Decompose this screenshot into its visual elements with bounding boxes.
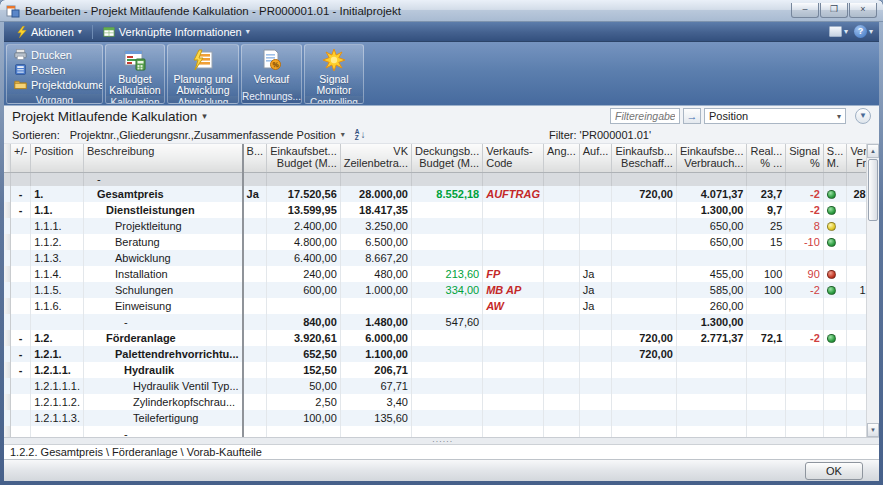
cell-db-budget[interactable] xyxy=(411,298,482,314)
table-row[interactable]: - xyxy=(4,172,879,186)
cell-ang[interactable] xyxy=(543,378,579,394)
cell-eb-beschaff[interactable]: 720,00 xyxy=(612,186,676,202)
column-header-ang[interactable]: Ang... xyxy=(543,144,579,172)
cell-eb-beschaff[interactable] xyxy=(612,410,676,426)
cell-vk-zeile[interactable]: 3.250,00 xyxy=(340,218,411,234)
cell-db-budget[interactable] xyxy=(411,250,482,266)
cell-db-budget[interactable]: 547,60 xyxy=(411,314,482,330)
cell-eb-verbrauch[interactable] xyxy=(676,250,747,266)
cell-signal-pct[interactable]: -10 xyxy=(786,234,824,250)
cell-db-budget[interactable] xyxy=(411,394,482,410)
cell-plusminus[interactable]: - xyxy=(11,330,31,346)
cell-position[interactable]: 1.1.2. xyxy=(31,234,84,250)
cell-position[interactable]: 1.2. xyxy=(31,330,84,346)
cell-beschreibung[interactable]: Palettendrehvorrichtu... xyxy=(84,346,243,362)
column-header-auf[interactable]: Auf... xyxy=(579,144,612,172)
cell-signal-m[interactable] xyxy=(823,314,847,330)
cell-auf[interactable] xyxy=(579,330,612,346)
cell-eb-beschaff[interactable] xyxy=(612,378,676,394)
page-title-dropdown-icon[interactable]: ▾ xyxy=(202,111,207,121)
cell-signal-pct[interactable]: -2 xyxy=(786,186,824,202)
table-row[interactable]: -1.GesamtpreisJa17.520,5628.000,008.552,… xyxy=(4,186,879,202)
table-row[interactable]: 1.1.1.Projektleitung2.400,003.250,00650,… xyxy=(4,218,879,234)
cell-eb-budget[interactable]: 152,50 xyxy=(267,362,341,378)
cell-eb-beschaff[interactable] xyxy=(612,314,676,330)
cell-eb-budget[interactable] xyxy=(267,298,341,314)
cell-position[interactable]: 1.1.5. xyxy=(31,282,84,298)
cell-plusminus[interactable]: - xyxy=(11,346,31,362)
cell-plusminus[interactable] xyxy=(11,314,31,330)
cell-position[interactable]: 1.1.1. xyxy=(31,218,84,234)
cell-eb-beschaff[interactable] xyxy=(612,282,676,298)
cell-eb-budget[interactable]: 17.520,56 xyxy=(267,186,341,202)
cell-beschreibung[interactable]: Einweisung xyxy=(84,298,243,314)
cell-beschreibung[interactable]: Beratung xyxy=(84,234,243,250)
cell-real-pct[interactable]: 15 xyxy=(747,234,786,250)
cell-eb-budget[interactable]: 240,00 xyxy=(267,266,341,282)
cell-auf[interactable]: Ja xyxy=(579,266,612,282)
cell-auf[interactable] xyxy=(579,410,612,426)
cell-plusminus[interactable] xyxy=(11,266,31,282)
cell-signal-m[interactable] xyxy=(823,394,847,410)
cell-eb-verbrauch[interactable]: 260,00 xyxy=(676,298,747,314)
table-row[interactable]: -1.2.1.Palettendrehvorrichtu...652,501.1… xyxy=(4,346,879,362)
cell-plusminus[interactable]: - xyxy=(11,202,31,218)
splitter-grip[interactable]: ∙∙∙∙∙∙ xyxy=(432,436,453,446)
cell-auf[interactable] xyxy=(579,394,612,410)
cell-vk-zeile[interactable] xyxy=(340,172,411,186)
cell-vk-code[interactable] xyxy=(483,362,544,378)
cell-vk-zeile[interactable]: 6.500,00 xyxy=(340,234,411,250)
cell-signal-pct[interactable] xyxy=(786,394,824,410)
cell-vk-zeile[interactable]: 206,71 xyxy=(340,362,411,378)
cell-db-budget[interactable] xyxy=(411,218,482,234)
filter-scope-select[interactable]: Position▾ xyxy=(704,108,846,124)
cell-signal-pct[interactable] xyxy=(786,250,824,266)
column-header-eb-verbrauch[interactable]: Einkaufsbe...Verbrauch... xyxy=(676,144,747,172)
cell-eb-budget[interactable]: 3.920,61 xyxy=(267,330,341,346)
cell-eb-beschaff[interactable] xyxy=(612,266,676,282)
cell-eb-budget[interactable]: 652,50 xyxy=(267,346,341,362)
cell-signal-m[interactable] xyxy=(823,346,847,362)
cell-real-pct[interactable] xyxy=(747,378,786,394)
cell-signal-pct[interactable]: 8 xyxy=(786,218,824,234)
cell-db-budget[interactable] xyxy=(411,410,482,426)
cell-budgetiert[interactable] xyxy=(243,298,267,314)
cell-signal-pct[interactable] xyxy=(786,172,824,186)
cell-budgetiert[interactable] xyxy=(243,378,267,394)
cell-budgetiert[interactable] xyxy=(243,362,267,378)
cell-ang[interactable] xyxy=(543,410,579,426)
help-button[interactable]: ?▾ xyxy=(854,25,873,38)
cell-real-pct[interactable]: 100 xyxy=(747,282,786,298)
cell-signal-m[interactable] xyxy=(823,298,847,314)
scroll-down-icon[interactable]: ▼ xyxy=(867,423,879,437)
cell-vk-zeile[interactable]: 480,00 xyxy=(340,266,411,282)
cell-eb-budget[interactable]: 600,00 xyxy=(267,282,341,298)
cell-vk-zeile[interactable]: 28.000,00 xyxy=(340,186,411,202)
cell-vk-code[interactable] xyxy=(483,394,544,410)
cell-vk-code[interactable] xyxy=(483,234,544,250)
cell-eb-budget[interactable]: 840,00 xyxy=(267,314,341,330)
cell-position[interactable] xyxy=(31,172,84,186)
cell-budgetiert[interactable] xyxy=(243,410,267,426)
table-row[interactable]: -1.2.1.1.Hydraulik152,50206,71 xyxy=(4,362,879,378)
cell-signal-m[interactable] xyxy=(823,186,847,202)
cell-signal-pct[interactable]: -2 xyxy=(786,202,824,218)
cell-ang[interactable] xyxy=(543,186,579,202)
cell-plusminus[interactable] xyxy=(11,282,31,298)
cell-db-budget[interactable] xyxy=(411,362,482,378)
cell-budgetiert[interactable] xyxy=(243,234,267,250)
table-row[interactable]: 1.2.1.1.1.Hydraulik Ventil Typ...50,0067… xyxy=(4,378,879,394)
cell-real-pct[interactable] xyxy=(747,250,786,266)
table-row[interactable]: -840,001.480,00547,601.300,001.380,0080,… xyxy=(4,314,879,330)
cell-vk-code[interactable] xyxy=(483,378,544,394)
table-row[interactable]: 1.1.3.Abwicklung6.400,008.667,20 xyxy=(4,250,879,266)
cell-signal-m[interactable] xyxy=(823,330,847,346)
cell-db-budget[interactable]: 8.552,18 xyxy=(411,186,482,202)
cell-signal-m[interactable] xyxy=(823,378,847,394)
cell-auf[interactable] xyxy=(579,426,612,437)
cell-eb-verbrauch[interactable]: 585,00 xyxy=(676,282,747,298)
cell-budgetiert[interactable] xyxy=(243,202,267,218)
cell-beschreibung[interactable]: - xyxy=(84,172,243,186)
cell-auf[interactable] xyxy=(579,172,612,186)
column-header-signal-pct[interactable]: Signal% xyxy=(786,144,824,172)
